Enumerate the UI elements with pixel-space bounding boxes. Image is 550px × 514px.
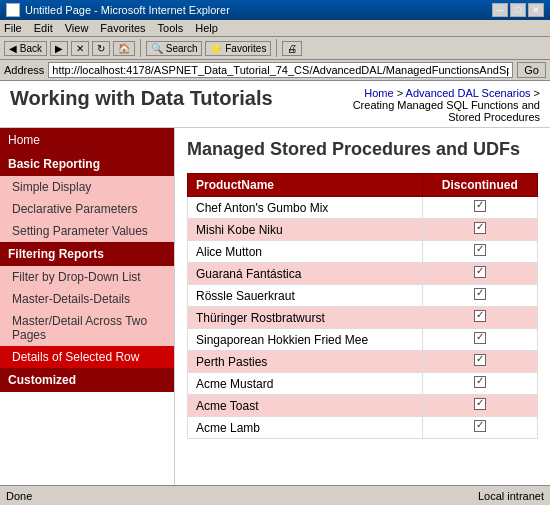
product-name-cell: Thüringer Rostbratwurst <box>188 307 423 329</box>
separator-2 <box>276 39 277 57</box>
search-button[interactable]: 🔍 Search <box>146 41 202 56</box>
table-row: Acme Lamb <box>188 417 538 439</box>
sidebar-item-master-details[interactable]: Master-Details-Details <box>0 288 174 310</box>
address-input[interactable] <box>48 62 513 78</box>
col-header-product-name: ProductName <box>188 174 423 197</box>
status-text: Done <box>6 490 32 502</box>
title-bar: Untitled Page - Microsoft Internet Explo… <box>0 0 550 20</box>
checked-checkbox-icon <box>474 398 486 410</box>
separator-1 <box>140 39 141 57</box>
discontinued-cell <box>422 373 537 395</box>
col-header-discontinued: Discontinued <box>422 174 537 197</box>
content-area: Managed Stored Procedures and UDFs Produ… <box>175 128 550 485</box>
table-row: Guaraná Fantástica <box>188 263 538 285</box>
sidebar-item-filter-dropdown[interactable]: Filter by Drop-Down List <box>0 266 174 288</box>
breadcrumb-home[interactable]: Home <box>364 87 393 99</box>
breadcrumb-section[interactable]: Advanced DAL Scenarios <box>406 87 531 99</box>
address-bar: Address Go <box>0 60 550 81</box>
product-name-cell: Chef Anton's Gumbo Mix <box>188 197 423 219</box>
sidebar-item-setting-parameter-values[interactable]: Setting Parameter Values <box>0 220 174 242</box>
discontinued-cell <box>422 197 537 219</box>
close-button[interactable]: ✕ <box>528 3 544 17</box>
discontinued-cell <box>422 285 537 307</box>
sidebar-section-filtering-reports: Filtering Reports <box>0 242 174 266</box>
sidebar-item-declarative-parameters[interactable]: Declarative Parameters <box>0 198 174 220</box>
menu-file[interactable]: File <box>4 22 22 34</box>
product-name-cell: Singaporean Hokkien Fried Mee <box>188 329 423 351</box>
window-title: Untitled Page - Microsoft Internet Explo… <box>25 4 230 16</box>
table-row: Perth Pasties <box>188 351 538 373</box>
table-row: Thüringer Rostbratwurst <box>188 307 538 329</box>
products-table: ProductName Discontinued Chef Anton's Gu… <box>187 173 538 439</box>
stop-button[interactable]: ✕ <box>71 41 89 56</box>
discontinued-cell <box>422 395 537 417</box>
status-bar: Done Local intranet <box>0 485 550 505</box>
home-nav-button[interactable]: 🏠 <box>113 41 135 56</box>
sidebar-item-simple-display[interactable]: Simple Display <box>0 176 174 198</box>
discontinued-cell <box>422 307 537 329</box>
toolbar: ◀ Back ▶ ✕ ↻ 🏠 🔍 Search ⭐ Favorites 🖨 <box>0 37 550 60</box>
refresh-button[interactable]: ↻ <box>92 41 110 56</box>
menu-edit[interactable]: Edit <box>34 22 53 34</box>
table-row: Mishi Kobe Niku <box>188 219 538 241</box>
table-row: Chef Anton's Gumbo Mix <box>188 197 538 219</box>
discontinued-cell <box>422 241 537 263</box>
menu-bar: File Edit View Favorites Tools Help <box>0 20 550 37</box>
menu-favorites[interactable]: Favorites <box>100 22 145 34</box>
table-row: Acme Mustard <box>188 373 538 395</box>
page-content: Working with Data Tutorials Home > Advan… <box>0 81 550 485</box>
checked-checkbox-icon <box>474 244 486 256</box>
table-row: Acme Toast <box>188 395 538 417</box>
checked-checkbox-icon <box>474 310 486 322</box>
discontinued-cell <box>422 417 537 439</box>
page-title: Working with Data Tutorials <box>10 87 273 110</box>
sidebar-section-basic-reporting: Basic Reporting <box>0 152 174 176</box>
product-name-cell: Mishi Kobe Niku <box>188 219 423 241</box>
sidebar-item-details-selected-row[interactable]: Details of Selected Row <box>0 346 174 368</box>
checked-checkbox-icon <box>474 332 486 344</box>
forward-button[interactable]: ▶ <box>50 41 68 56</box>
maximize-button[interactable]: □ <box>510 3 526 17</box>
checked-checkbox-icon <box>474 266 486 278</box>
sidebar-item-home[interactable]: Home <box>0 128 174 152</box>
checked-checkbox-icon <box>474 420 486 432</box>
sidebar-item-master-detail-two-pages[interactable]: Master/Detail Across Two Pages <box>0 310 174 346</box>
checked-checkbox-icon <box>474 354 486 366</box>
table-row: Singaporean Hokkien Fried Mee <box>188 329 538 351</box>
favorites-button[interactable]: ⭐ Favorites <box>205 41 271 56</box>
product-name-cell: Perth Pasties <box>188 351 423 373</box>
discontinued-cell <box>422 329 537 351</box>
content-title: Managed Stored Procedures and UDFs <box>187 138 538 161</box>
sidebar-section-customized: Customized <box>0 368 174 392</box>
breadcrumb: Home > Advanced DAL Scenarios > Creating… <box>340 87 540 123</box>
sidebar: Home Basic Reporting Simple Display Decl… <box>0 128 175 485</box>
page-header: Working with Data Tutorials Home > Advan… <box>0 81 550 128</box>
checked-checkbox-icon <box>474 288 486 300</box>
table-row: Alice Mutton <box>188 241 538 263</box>
checked-checkbox-icon <box>474 376 486 388</box>
go-button[interactable]: Go <box>517 62 546 78</box>
minimize-button[interactable]: ─ <box>492 3 508 17</box>
discontinued-cell <box>422 263 537 285</box>
menu-view[interactable]: View <box>65 22 89 34</box>
address-label: Address <box>4 64 44 76</box>
discontinued-cell <box>422 219 537 241</box>
checked-checkbox-icon <box>474 222 486 234</box>
product-name-cell: Rössle Sauerkraut <box>188 285 423 307</box>
product-name-cell: Acme Toast <box>188 395 423 417</box>
product-name-cell: Acme Lamb <box>188 417 423 439</box>
product-name-cell: Alice Mutton <box>188 241 423 263</box>
product-name-cell: Guaraná Fantástica <box>188 263 423 285</box>
app-icon <box>6 3 20 17</box>
zone-indicator: Local intranet <box>478 490 544 502</box>
window-controls[interactable]: ─ □ ✕ <box>492 3 544 17</box>
product-name-cell: Acme Mustard <box>188 373 423 395</box>
discontinued-cell <box>422 351 537 373</box>
print-button[interactable]: 🖨 <box>282 41 302 56</box>
menu-tools[interactable]: Tools <box>158 22 184 34</box>
checked-checkbox-icon <box>474 200 486 212</box>
table-row: Rössle Sauerkraut <box>188 285 538 307</box>
menu-help[interactable]: Help <box>195 22 218 34</box>
back-button[interactable]: ◀ Back <box>4 41 47 56</box>
main-area: Home Basic Reporting Simple Display Decl… <box>0 128 550 485</box>
